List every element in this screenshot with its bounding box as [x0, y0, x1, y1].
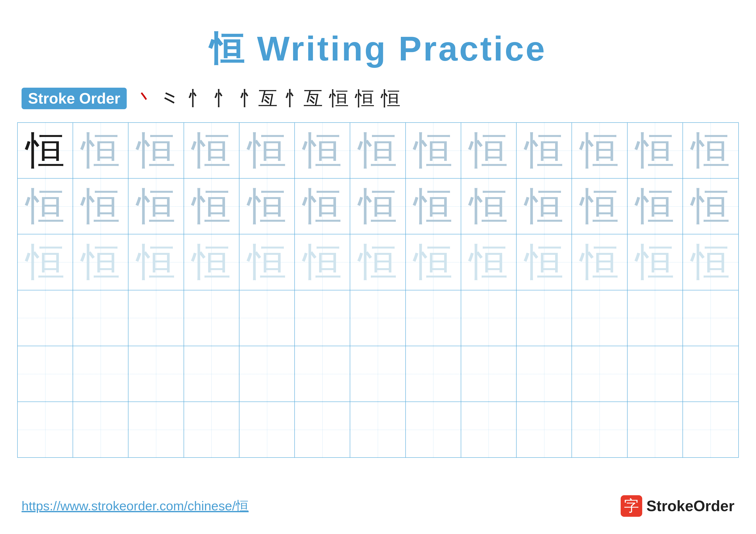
grid-cell[interactable]	[128, 402, 184, 457]
grid-cell[interactable]: 恒	[628, 234, 683, 290]
stroke-2: ⺀	[161, 85, 180, 112]
footer: https://www.strokeorder.com/chinese/恒 字 …	[0, 495, 756, 517]
grid-cell[interactable]: 恒	[295, 123, 350, 178]
grid-cell[interactable]	[628, 346, 683, 401]
grid-cell[interactable]	[628, 291, 683, 346]
grid-cell[interactable]: 恒	[295, 234, 350, 290]
grid-cell[interactable]	[184, 291, 239, 346]
grid-row-6	[18, 402, 738, 457]
grid-cell[interactable]	[517, 402, 572, 457]
grid-cell[interactable]	[239, 402, 295, 457]
grid-cell[interactable]	[406, 402, 461, 457]
grid-cell[interactable]: 恒	[184, 123, 239, 178]
grid-cell[interactable]	[73, 346, 128, 401]
grid-cell[interactable]: 恒	[517, 123, 572, 178]
grid-cell[interactable]	[517, 291, 572, 346]
grid-cell[interactable]	[461, 402, 517, 457]
grid-cell[interactable]: 恒	[128, 179, 184, 234]
grid-cell[interactable]: 恒	[628, 123, 683, 178]
stroke-order-badge: Stroke Order	[21, 88, 127, 109]
grid-cell[interactable]: 恒	[295, 179, 350, 234]
grid-cell[interactable]: 恒	[517, 234, 572, 290]
grid-cell[interactable]: 恒	[239, 234, 295, 290]
stroke-5: 忄亙	[239, 85, 278, 112]
grid-cell[interactable]	[461, 291, 517, 346]
grid-cell[interactable]	[295, 402, 350, 457]
grid-cell[interactable]	[184, 346, 239, 401]
grid-cell[interactable]: 恒	[683, 179, 738, 234]
grid-cell[interactable]	[572, 346, 627, 401]
grid-cell[interactable]: 恒	[239, 123, 295, 178]
stroke-sequence: 丶 ⺀ 忄 忄 忄亙 忄亙 恒 恒 恒	[135, 85, 400, 112]
grid-cell[interactable]	[73, 291, 128, 346]
grid-cell[interactable]: 恒	[683, 123, 738, 178]
grid-cell[interactable]	[461, 346, 517, 401]
grid-cell[interactable]	[572, 402, 627, 457]
stroke-6: 忄亙	[284, 85, 323, 112]
grid-cell[interactable]: 恒	[572, 234, 627, 290]
grid-cell[interactable]	[683, 291, 738, 346]
grid-cell[interactable]: 恒	[18, 234, 73, 290]
grid-cell[interactable]: 恒	[184, 234, 239, 290]
grid-cell[interactable]	[628, 402, 683, 457]
grid-cell[interactable]: 恒	[628, 179, 683, 234]
logo-text: StrokeOrder	[647, 497, 735, 515]
page-title: 恒 Writing Practice	[0, 0, 756, 85]
grid-cell[interactable]	[128, 346, 184, 401]
grid-cell[interactable]: 恒	[572, 179, 627, 234]
grid-cell[interactable]: 恒	[461, 123, 517, 178]
grid-cell[interactable]: 恒	[18, 179, 73, 234]
footer-logo: 字 StrokeOrder	[621, 495, 735, 517]
grid-cell[interactable]: 恒	[128, 234, 184, 290]
grid-cell[interactable]	[683, 402, 738, 457]
grid-cell[interactable]	[350, 346, 406, 401]
footer-url[interactable]: https://www.strokeorder.com/chinese/恒	[21, 497, 249, 515]
grid-cell[interactable]: 恒	[350, 123, 406, 178]
grid-cell[interactable]	[73, 402, 128, 457]
grid-cell[interactable]	[406, 291, 461, 346]
grid-cell[interactable]	[406, 346, 461, 401]
stroke-8: 恒	[355, 85, 375, 112]
grid-cell[interactable]: 恒	[73, 234, 128, 290]
grid-cell[interactable]: 恒	[350, 179, 406, 234]
grid-row-1: 恒 恒 恒 恒 恒 恒 恒 恒 恒 恒 恒 恒 恒	[18, 123, 738, 179]
grid-cell[interactable]	[295, 291, 350, 346]
grid-cell[interactable]: 恒	[73, 123, 128, 178]
stroke-1: 丶	[135, 85, 155, 112]
practice-grid: 恒 恒 恒 恒 恒 恒 恒 恒 恒 恒 恒 恒 恒 恒 恒 恒 恒 恒 恒 恒 …	[17, 122, 739, 458]
grid-cell[interactable]	[239, 291, 295, 346]
grid-cell[interactable]: 恒	[572, 123, 627, 178]
grid-cell[interactable]: 恒	[239, 179, 295, 234]
grid-cell[interactable]: 恒	[184, 179, 239, 234]
grid-cell[interactable]: 恒	[461, 234, 517, 290]
grid-cell[interactable]: 恒	[517, 179, 572, 234]
grid-cell[interactable]: 恒	[683, 234, 738, 290]
grid-row-3: 恒 恒 恒 恒 恒 恒 恒 恒 恒 恒 恒 恒 恒	[18, 234, 738, 290]
grid-cell[interactable]: 恒	[350, 234, 406, 290]
grid-cell[interactable]	[18, 346, 73, 401]
grid-cell[interactable]	[295, 346, 350, 401]
grid-cell[interactable]: 恒	[18, 123, 73, 178]
grid-cell[interactable]	[239, 346, 295, 401]
logo-icon: 字	[621, 495, 642, 517]
grid-cell[interactable]	[683, 346, 738, 401]
grid-cell[interactable]	[350, 402, 406, 457]
grid-row-5	[18, 346, 738, 402]
grid-cell[interactable]	[18, 402, 73, 457]
grid-cell[interactable]: 恒	[406, 234, 461, 290]
stroke-4: 忄	[213, 85, 232, 112]
grid-cell[interactable]: 恒	[406, 179, 461, 234]
grid-cell[interactable]	[350, 291, 406, 346]
grid-row-4	[18, 291, 738, 346]
grid-cell[interactable]	[128, 291, 184, 346]
grid-cell[interactable]	[184, 402, 239, 457]
grid-cell[interactable]	[18, 291, 73, 346]
grid-cell[interactable]: 恒	[128, 123, 184, 178]
grid-cell[interactable]	[517, 346, 572, 401]
grid-cell[interactable]: 恒	[73, 179, 128, 234]
grid-cell[interactable]: 恒	[461, 179, 517, 234]
grid-cell[interactable]	[572, 291, 627, 346]
stroke-3: 忄	[187, 85, 206, 112]
grid-cell[interactable]: 恒	[406, 123, 461, 178]
stroke-7: 恒	[329, 85, 349, 112]
